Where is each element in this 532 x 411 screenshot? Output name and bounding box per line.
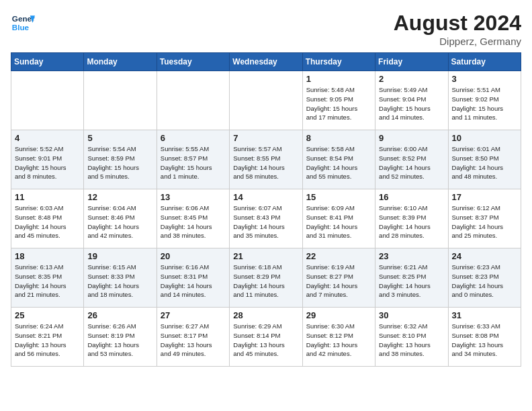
day-number: 30 [379,310,444,320]
day-number: 11 [15,192,80,202]
day-info: Sunrise: 6:27 AM Sunset: 8:17 PM Dayligh… [161,322,226,359]
day-info: Sunrise: 5:52 AM Sunset: 9:01 PM Dayligh… [15,144,80,181]
day-info: Sunrise: 5:58 AM Sunset: 8:54 PM Dayligh… [306,144,371,181]
calendar-cell: 26Sunrise: 6:26 AM Sunset: 8:19 PM Dayli… [84,308,157,367]
calendar-cell: 18Sunrise: 6:13 AM Sunset: 8:35 PM Dayli… [11,248,84,308]
day-info: Sunrise: 5:51 AM Sunset: 9:02 PM Dayligh… [452,85,517,122]
day-number: 3 [452,74,517,84]
calendar-cell: 10Sunrise: 6:01 AM Sunset: 8:50 PM Dayli… [448,130,521,189]
day-number: 15 [306,192,371,202]
calendar-cell: 25Sunrise: 6:24 AM Sunset: 8:21 PM Dayli… [11,308,84,367]
day-info: Sunrise: 6:09 AM Sunset: 8:41 PM Dayligh… [306,203,371,240]
calendar-cell: 13Sunrise: 6:06 AM Sunset: 8:45 PM Dayli… [157,189,229,248]
day-number: 17 [452,192,517,202]
calendar-cell [157,71,229,130]
logo: General Blue [11,11,35,35]
calendar-cell: 4Sunrise: 5:52 AM Sunset: 9:01 PM Daylig… [11,130,84,189]
calendar-cell [230,71,302,130]
day-info: Sunrise: 6:24 AM Sunset: 8:21 PM Dayligh… [15,322,80,359]
calendar-cell: 23Sunrise: 6:21 AM Sunset: 8:25 PM Dayli… [375,248,448,308]
day-number: 14 [233,192,298,202]
day-info: Sunrise: 5:57 AM Sunset: 8:55 PM Dayligh… [233,144,298,181]
calendar-week-row: 11Sunrise: 6:03 AM Sunset: 8:48 PM Dayli… [11,189,521,248]
calendar-table: SundayMondayTuesdayWednesdayThursdayFrid… [11,52,521,367]
day-header: Monday [84,53,157,71]
calendar-cell: 11Sunrise: 6:03 AM Sunset: 8:48 PM Dayli… [11,189,84,248]
day-number: 8 [306,133,371,143]
day-number: 16 [379,192,444,202]
title-block: August 2024 Dipperz, Germany [394,11,521,47]
calendar-cell: 1Sunrise: 5:48 AM Sunset: 9:05 PM Daylig… [302,71,375,130]
day-info: Sunrise: 5:48 AM Sunset: 9:05 PM Dayligh… [306,85,371,122]
calendar-cell: 19Sunrise: 6:15 AM Sunset: 8:33 PM Dayli… [84,248,157,308]
day-number: 25 [15,310,80,320]
day-number: 20 [161,251,226,261]
day-number: 10 [452,133,517,143]
day-info: Sunrise: 6:03 AM Sunset: 8:48 PM Dayligh… [15,203,80,240]
day-number: 18 [15,251,80,261]
day-number: 29 [306,310,371,320]
day-number: 12 [87,192,152,202]
day-number: 5 [87,133,152,143]
location: Dipperz, Germany [394,36,521,47]
calendar-body: 1Sunrise: 5:48 AM Sunset: 9:05 PM Daylig… [11,71,521,367]
day-number: 9 [379,133,444,143]
svg-text:Blue: Blue [12,23,30,32]
day-info: Sunrise: 6:30 AM Sunset: 8:12 PM Dayligh… [306,322,371,359]
day-info: Sunrise: 5:55 AM Sunset: 8:57 PM Dayligh… [161,144,226,181]
day-number: 28 [233,310,298,320]
calendar-cell: 12Sunrise: 6:04 AM Sunset: 8:46 PM Dayli… [84,189,157,248]
calendar-cell: 31Sunrise: 6:33 AM Sunset: 8:08 PM Dayli… [448,308,521,367]
day-header: Sunday [11,53,84,71]
day-header: Saturday [448,53,521,71]
day-number: 19 [87,251,152,261]
day-header: Tuesday [157,53,229,71]
calendar-cell: 24Sunrise: 6:23 AM Sunset: 8:23 PM Dayli… [448,248,521,308]
calendar-cell: 30Sunrise: 6:32 AM Sunset: 8:10 PM Dayli… [375,308,448,367]
day-info: Sunrise: 6:01 AM Sunset: 8:50 PM Dayligh… [452,144,517,181]
day-number: 2 [379,74,444,84]
logo-icon: General Blue [11,11,35,35]
day-info: Sunrise: 6:26 AM Sunset: 8:19 PM Dayligh… [87,322,152,359]
calendar-cell: 28Sunrise: 6:29 AM Sunset: 8:14 PM Dayli… [230,308,302,367]
day-info: Sunrise: 6:19 AM Sunset: 8:27 PM Dayligh… [306,263,371,300]
day-info: Sunrise: 6:15 AM Sunset: 8:33 PM Dayligh… [87,263,152,300]
day-number: 4 [15,133,80,143]
month-year: August 2024 [394,11,521,36]
day-info: Sunrise: 6:32 AM Sunset: 8:10 PM Dayligh… [379,322,444,359]
page-header: General Blue August 2024 Dipperz, German… [11,11,521,47]
day-number: 6 [161,133,226,143]
calendar-cell: 16Sunrise: 6:10 AM Sunset: 8:39 PM Dayli… [375,189,448,248]
day-info: Sunrise: 5:49 AM Sunset: 9:04 PM Dayligh… [379,85,444,122]
day-number: 26 [87,310,152,320]
calendar-cell: 22Sunrise: 6:19 AM Sunset: 8:27 PM Dayli… [302,248,375,308]
calendar-cell: 17Sunrise: 6:12 AM Sunset: 8:37 PM Dayli… [448,189,521,248]
calendar-header-row: SundayMondayTuesdayWednesdayThursdayFrid… [11,53,521,71]
day-info: Sunrise: 6:33 AM Sunset: 8:08 PM Dayligh… [452,322,517,359]
day-number: 22 [306,251,371,261]
calendar-week-row: 25Sunrise: 6:24 AM Sunset: 8:21 PM Dayli… [11,308,521,367]
day-number: 24 [452,251,517,261]
calendar-week-row: 4Sunrise: 5:52 AM Sunset: 9:01 PM Daylig… [11,130,521,189]
day-info: Sunrise: 6:12 AM Sunset: 8:37 PM Dayligh… [452,203,517,240]
day-header: Friday [375,53,448,71]
calendar-cell: 9Sunrise: 6:00 AM Sunset: 8:52 PM Daylig… [375,130,448,189]
calendar-cell: 20Sunrise: 6:16 AM Sunset: 8:31 PM Dayli… [157,248,229,308]
day-info: Sunrise: 6:13 AM Sunset: 8:35 PM Dayligh… [15,263,80,300]
day-info: Sunrise: 6:06 AM Sunset: 8:45 PM Dayligh… [161,203,226,240]
day-info: Sunrise: 6:10 AM Sunset: 8:39 PM Dayligh… [379,203,444,240]
day-info: Sunrise: 6:00 AM Sunset: 8:52 PM Dayligh… [379,144,444,181]
day-info: Sunrise: 6:16 AM Sunset: 8:31 PM Dayligh… [161,263,226,300]
calendar-cell: 8Sunrise: 5:58 AM Sunset: 8:54 PM Daylig… [302,130,375,189]
calendar-cell: 27Sunrise: 6:27 AM Sunset: 8:17 PM Dayli… [157,308,229,367]
calendar-week-row: 18Sunrise: 6:13 AM Sunset: 8:35 PM Dayli… [11,248,521,308]
day-number: 23 [379,251,444,261]
day-info: Sunrise: 6:07 AM Sunset: 8:43 PM Dayligh… [233,203,298,240]
calendar-cell: 21Sunrise: 6:18 AM Sunset: 8:29 PM Dayli… [230,248,302,308]
calendar-cell: 6Sunrise: 5:55 AM Sunset: 8:57 PM Daylig… [157,130,229,189]
day-header: Wednesday [230,53,302,71]
day-info: Sunrise: 6:18 AM Sunset: 8:29 PM Dayligh… [233,263,298,300]
day-number: 27 [161,310,226,320]
calendar-cell: 3Sunrise: 5:51 AM Sunset: 9:02 PM Daylig… [448,71,521,130]
day-number: 31 [452,310,517,320]
